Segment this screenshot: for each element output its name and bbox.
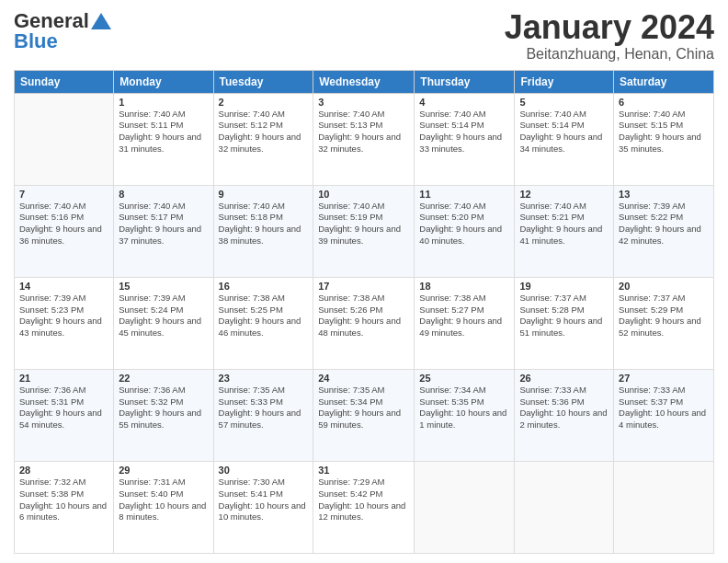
day-info: Sunrise: 7:33 AMSunset: 5:36 PMDaylight:… [519, 385, 609, 431]
day-cell: 4Sunrise: 7:40 AMSunset: 5:14 PMDaylight… [415, 93, 515, 185]
month-title: January 2024 [505, 9, 714, 46]
day-info: Sunrise: 7:40 AMSunset: 5:16 PMDaylight:… [19, 201, 108, 247]
day-info: Sunrise: 7:32 AMSunset: 5:38 PMDaylight:… [19, 477, 108, 523]
day-cell: 14Sunrise: 7:39 AMSunset: 5:23 PMDayligh… [15, 277, 114, 369]
col-header-sunday: Sunday [15, 70, 114, 93]
day-info: Sunrise: 7:40 AMSunset: 5:13 PMDaylight:… [318, 109, 409, 155]
day-number: 2 [219, 97, 309, 108]
day-info: Sunrise: 7:40 AMSunset: 5:21 PMDaylight:… [519, 201, 609, 247]
col-header-monday: Monday [114, 70, 213, 93]
day-number: 25 [419, 373, 509, 384]
day-info: Sunrise: 7:38 AMSunset: 5:26 PMDaylight:… [318, 293, 409, 339]
day-cell [415, 461, 515, 553]
day-info: Sunrise: 7:39 AMSunset: 5:22 PMDaylight:… [619, 201, 709, 247]
day-cell: 20Sunrise: 7:37 AMSunset: 5:29 PMDayligh… [614, 277, 714, 369]
day-number: 7 [19, 189, 108, 200]
day-cell: 21Sunrise: 7:36 AMSunset: 5:31 PMDayligh… [15, 369, 114, 461]
day-number: 30 [219, 465, 309, 476]
day-info: Sunrise: 7:40 AMSunset: 5:17 PMDaylight:… [119, 201, 208, 247]
day-info: Sunrise: 7:36 AMSunset: 5:31 PMDaylight:… [19, 385, 108, 431]
day-cell: 3Sunrise: 7:40 AMSunset: 5:13 PMDaylight… [313, 93, 415, 185]
day-cell: 11Sunrise: 7:40 AMSunset: 5:20 PMDayligh… [415, 185, 515, 277]
day-cell: 16Sunrise: 7:38 AMSunset: 5:25 PMDayligh… [213, 277, 313, 369]
location: Beitanzhuang, Henan, China [505, 46, 714, 63]
day-number: 13 [619, 189, 709, 200]
day-info: Sunrise: 7:38 AMSunset: 5:27 PMDaylight:… [419, 293, 509, 339]
col-header-friday: Friday [515, 70, 614, 93]
day-info: Sunrise: 7:35 AMSunset: 5:33 PMDaylight:… [219, 385, 309, 431]
day-number: 15 [119, 281, 208, 292]
day-cell: 1Sunrise: 7:40 AMSunset: 5:11 PMDaylight… [114, 93, 213, 185]
day-number: 3 [318, 97, 409, 108]
day-info: Sunrise: 7:40 AMSunset: 5:19 PMDaylight:… [318, 201, 409, 247]
day-number: 27 [619, 373, 709, 384]
header-row: SundayMondayTuesdayWednesdayThursdayFrid… [15, 70, 714, 93]
day-cell: 18Sunrise: 7:38 AMSunset: 5:27 PMDayligh… [415, 277, 515, 369]
day-cell: 31Sunrise: 7:29 AMSunset: 5:42 PMDayligh… [313, 461, 415, 553]
day-info: Sunrise: 7:40 AMSunset: 5:14 PMDaylight:… [419, 109, 509, 155]
week-row-4: 28Sunrise: 7:32 AMSunset: 5:38 PMDayligh… [15, 461, 714, 553]
day-number: 26 [519, 373, 609, 384]
day-cell: 7Sunrise: 7:40 AMSunset: 5:16 PMDaylight… [15, 185, 114, 277]
day-info: Sunrise: 7:39 AMSunset: 5:23 PMDaylight:… [19, 293, 108, 339]
week-row-3: 21Sunrise: 7:36 AMSunset: 5:31 PMDayligh… [15, 369, 714, 461]
week-row-0: 1Sunrise: 7:40 AMSunset: 5:11 PMDaylight… [15, 93, 714, 185]
day-cell: 6Sunrise: 7:40 AMSunset: 5:15 PMDaylight… [614, 93, 714, 185]
calendar-table: SundayMondayTuesdayWednesdayThursdayFrid… [14, 70, 714, 554]
logo: General Blue [14, 9, 111, 53]
day-number: 12 [519, 189, 609, 200]
day-cell: 19Sunrise: 7:37 AMSunset: 5:28 PMDayligh… [515, 277, 614, 369]
day-cell: 28Sunrise: 7:32 AMSunset: 5:38 PMDayligh… [15, 461, 114, 553]
day-number: 8 [119, 189, 208, 200]
day-info: Sunrise: 7:36 AMSunset: 5:32 PMDaylight:… [119, 385, 208, 431]
day-cell: 23Sunrise: 7:35 AMSunset: 5:33 PMDayligh… [213, 369, 313, 461]
day-info: Sunrise: 7:29 AMSunset: 5:42 PMDaylight:… [318, 477, 409, 523]
day-cell [515, 461, 614, 553]
day-info: Sunrise: 7:35 AMSunset: 5:34 PMDaylight:… [318, 385, 409, 431]
page: General Blue January 2024 Beitanzhuang, … [0, 0, 728, 563]
day-number: 6 [619, 97, 709, 108]
day-cell: 15Sunrise: 7:39 AMSunset: 5:24 PMDayligh… [114, 277, 213, 369]
day-cell: 12Sunrise: 7:40 AMSunset: 5:21 PMDayligh… [515, 185, 614, 277]
day-info: Sunrise: 7:37 AMSunset: 5:28 PMDaylight:… [519, 293, 609, 339]
day-number: 18 [419, 281, 509, 292]
day-info: Sunrise: 7:40 AMSunset: 5:18 PMDaylight:… [219, 201, 309, 247]
day-number: 24 [318, 373, 409, 384]
col-header-thursday: Thursday [415, 70, 515, 93]
title-block: January 2024 Beitanzhuang, Henan, China [505, 9, 714, 63]
day-number: 9 [219, 189, 309, 200]
col-header-saturday: Saturday [614, 70, 714, 93]
day-info: Sunrise: 7:40 AMSunset: 5:11 PMDaylight:… [119, 109, 208, 155]
day-cell: 30Sunrise: 7:30 AMSunset: 5:41 PMDayligh… [213, 461, 313, 553]
day-number: 31 [318, 465, 409, 476]
day-info: Sunrise: 7:39 AMSunset: 5:24 PMDaylight:… [119, 293, 208, 339]
day-cell: 2Sunrise: 7:40 AMSunset: 5:12 PMDaylight… [213, 93, 313, 185]
day-info: Sunrise: 7:37 AMSunset: 5:29 PMDaylight:… [619, 293, 709, 339]
day-info: Sunrise: 7:31 AMSunset: 5:40 PMDaylight:… [119, 477, 208, 523]
day-cell: 5Sunrise: 7:40 AMSunset: 5:14 PMDaylight… [515, 93, 614, 185]
day-number: 20 [619, 281, 709, 292]
svg-marker-0 [91, 13, 111, 29]
day-cell: 26Sunrise: 7:33 AMSunset: 5:36 PMDayligh… [515, 369, 614, 461]
day-cell: 9Sunrise: 7:40 AMSunset: 5:18 PMDaylight… [213, 185, 313, 277]
day-number: 28 [19, 465, 108, 476]
day-number: 11 [419, 189, 509, 200]
day-number: 1 [119, 97, 208, 108]
day-number: 14 [19, 281, 108, 292]
day-number: 23 [219, 373, 309, 384]
day-cell: 29Sunrise: 7:31 AMSunset: 5:40 PMDayligh… [114, 461, 213, 553]
col-header-wednesday: Wednesday [313, 70, 415, 93]
day-info: Sunrise: 7:40 AMSunset: 5:20 PMDaylight:… [419, 201, 509, 247]
header: General Blue January 2024 Beitanzhuang, … [14, 9, 714, 63]
col-header-tuesday: Tuesday [213, 70, 313, 93]
day-cell: 10Sunrise: 7:40 AMSunset: 5:19 PMDayligh… [313, 185, 415, 277]
day-cell: 22Sunrise: 7:36 AMSunset: 5:32 PMDayligh… [114, 369, 213, 461]
day-number: 22 [119, 373, 208, 384]
day-cell: 8Sunrise: 7:40 AMSunset: 5:17 PMDaylight… [114, 185, 213, 277]
logo-blue: Blue [14, 29, 58, 53]
week-row-1: 7Sunrise: 7:40 AMSunset: 5:16 PMDaylight… [15, 185, 714, 277]
day-number: 16 [219, 281, 309, 292]
week-row-2: 14Sunrise: 7:39 AMSunset: 5:23 PMDayligh… [15, 277, 714, 369]
day-info: Sunrise: 7:40 AMSunset: 5:14 PMDaylight:… [519, 109, 609, 155]
day-cell [15, 93, 114, 185]
